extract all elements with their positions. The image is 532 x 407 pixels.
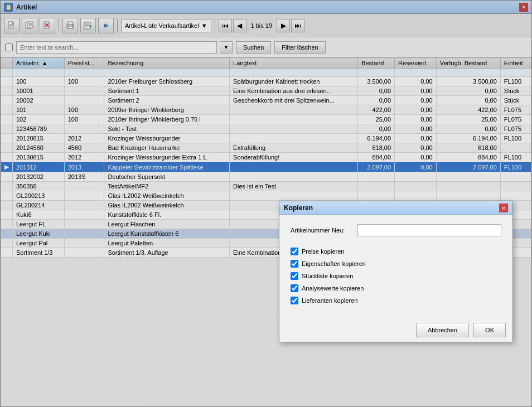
artikelnummer-label: Artikelnummer Neu: — [291, 227, 357, 234]
dialog-close-button[interactable]: ✕ — [499, 204, 508, 212]
lieferanten-label: Lieferanten kopieren — [302, 297, 357, 304]
stueckliste-label: Stückliste kopieren — [302, 273, 353, 279]
stueckliste-row: Stückliste kopieren — [291, 272, 501, 280]
eigenschaften-label: Eigenschaften kopieren — [302, 260, 366, 267]
eigenschaften-row: Eigenschaften kopieren — [291, 260, 501, 268]
analysewerte-row: Analysewerte kopieren — [291, 284, 501, 292]
dialog-body: Artikelnummer Neu: Preise kopieren Eigen… — [279, 215, 512, 318]
ok-button[interactable]: OK — [473, 323, 506, 337]
stueckliste-checkbox[interactable] — [291, 272, 298, 280]
dialog-overlay: Kopieren ✕ Artikelnummer Neu: Preise kop… — [0, 0, 532, 407]
dialog-footer: Abbrechen OK — [279, 318, 512, 342]
preise-checkbox[interactable] — [291, 248, 298, 255]
dialog-title-text: Kopieren — [284, 204, 313, 212]
analysewerte-checkbox[interactable] — [291, 284, 298, 292]
eigenschaften-checkbox[interactable] — [291, 260, 298, 268]
abbrechen-button[interactable]: Abbrechen — [416, 323, 469, 337]
dialog-title-bar: Kopieren ✕ — [279, 201, 512, 215]
preise-row: Preise kopieren — [291, 248, 501, 255]
lieferanten-row: Lieferanten kopieren — [291, 297, 501, 304]
artikelnummer-input[interactable] — [357, 224, 501, 236]
kopieren-dialog: Kopieren ✕ Artikelnummer Neu: Preise kop… — [279, 201, 513, 342]
lieferanten-checkbox[interactable] — [291, 297, 298, 304]
artikelnummer-row: Artikelnummer Neu: — [291, 224, 501, 236]
preise-label: Preise kopieren — [302, 248, 344, 255]
analysewerte-label: Analysewerte kopieren — [302, 285, 364, 292]
